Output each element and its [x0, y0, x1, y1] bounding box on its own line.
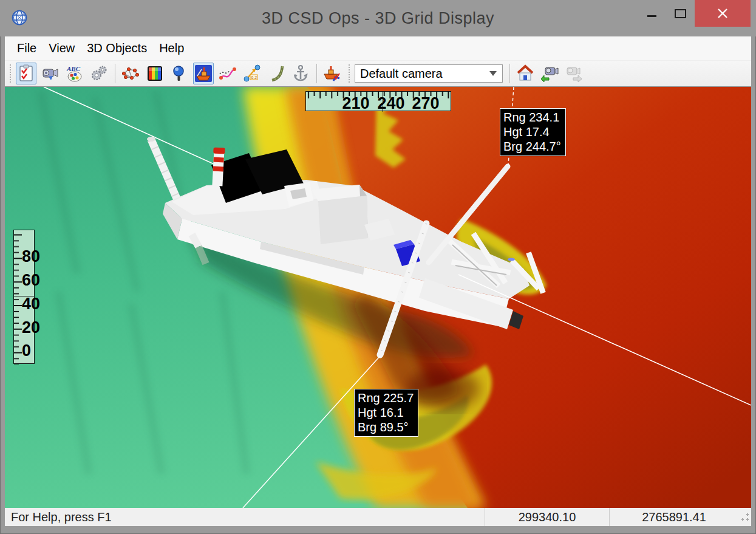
- camera-next-icon: [565, 64, 583, 83]
- depth-value: 0: [22, 343, 31, 359]
- abc-palette-icon: ABC: [66, 64, 84, 83]
- chevron-down-icon: [489, 71, 497, 76]
- toolbar: ABC: [5, 61, 751, 87]
- compass-value: 270: [412, 95, 439, 112]
- compass-lubber-line: [383, 92, 383, 112]
- depth-scale: 80 60 40 20 0: [13, 230, 35, 364]
- home-view-button[interactable]: [515, 63, 536, 84]
- dredger-check-icon: [323, 64, 341, 83]
- status-message: For Help, press F1: [5, 510, 485, 524]
- height-value: Hgt 17.4: [503, 125, 561, 139]
- rope-icon: [267, 64, 285, 83]
- bearing-value: Brg 89.5°: [358, 420, 414, 434]
- toolbar-separator: [115, 64, 115, 83]
- close-button[interactable]: [695, 0, 751, 27]
- anchor-readout-1: Rng 234.1 Hgt 17.4 Brg 244.7°: [500, 108, 566, 156]
- menu-file[interactable]: File: [11, 36, 43, 60]
- depth-value: 60: [22, 272, 40, 289]
- maximize-icon: [675, 9, 686, 18]
- titlebar[interactable]: 3D CSD Ops - 3D Grid Display: [0, 0, 756, 36]
- compass-ruler: 210 240 270: [305, 91, 451, 111]
- anchor-button[interactable]: [290, 63, 311, 84]
- svg-text:ABC: ABC: [66, 65, 81, 72]
- display-options-icon: [17, 64, 35, 83]
- compass-value: 240: [377, 95, 404, 112]
- 3d-viewport[interactable]: 210 240 270: [5, 87, 751, 508]
- color-map-icon: [146, 64, 164, 83]
- labels-colors-button[interactable]: ABC: [64, 63, 85, 84]
- resize-grip[interactable]: [741, 513, 749, 521]
- grid-nodes-button[interactable]: [120, 63, 141, 84]
- menu-3d-objects[interactable]: 3D Objects: [81, 36, 153, 60]
- toolbar-grip[interactable]: [10, 64, 15, 83]
- svg-text:6.2: 6.2: [251, 75, 257, 80]
- maximize-button[interactable]: [666, 0, 695, 27]
- camera-settings-button[interactable]: [40, 63, 61, 84]
- statusbar: For Help, press F1 299340.10 2765891.41: [5, 508, 751, 526]
- menu-view[interactable]: View: [43, 36, 81, 60]
- height-value: Hgt 16.1: [358, 405, 414, 420]
- toolbar-separator: [316, 64, 317, 83]
- minimize-button[interactable]: [638, 0, 666, 27]
- gears-icon: [90, 64, 108, 83]
- next-camera-button[interactable]: [564, 63, 584, 84]
- client-area: File View 3D Objects Help: [5, 36, 751, 526]
- dredger-icon: [194, 64, 213, 83]
- bearing-value: Brg 244.7°: [503, 139, 561, 154]
- camera-select-value: Default camera: [360, 67, 443, 81]
- coordinate-y: 2765891.41: [610, 510, 738, 524]
- coordinate-x: 299340.10: [485, 510, 609, 524]
- depth-value: 20: [22, 320, 40, 336]
- close-icon: [717, 8, 728, 19]
- measure-distance-button[interactable]: 6.2: [242, 63, 262, 84]
- anchor-icon: [291, 64, 310, 83]
- range-value: Rng 234.1: [503, 110, 561, 125]
- camera-select[interactable]: Default camera: [355, 64, 503, 83]
- home-icon: [516, 64, 534, 83]
- rope-button[interactable]: [266, 63, 287, 84]
- dredger-check-button[interactable]: [322, 63, 342, 84]
- menu-help[interactable]: Help: [153, 36, 190, 60]
- zoom-button[interactable]: [169, 63, 189, 84]
- anchor-readout-2: Rng 225.7 Hgt 16.1 Brg 89.5°: [354, 389, 418, 437]
- toolbar-grip[interactable]: [349, 64, 353, 83]
- settings-button[interactable]: [89, 63, 109, 84]
- compass-value: 210: [342, 95, 369, 112]
- route-icon: [219, 64, 237, 83]
- menubar: File View 3D Objects Help: [5, 36, 751, 61]
- range-value: Rng 225.7: [358, 391, 414, 405]
- terrain-render: [5, 87, 751, 508]
- minimize-icon: [647, 15, 656, 17]
- route-button[interactable]: [217, 63, 238, 84]
- app-window: 3D CSD Ops - 3D Grid Display File View 3…: [0, 0, 756, 534]
- toolbar-separator: [509, 64, 510, 83]
- display-options-button[interactable]: [16, 63, 36, 84]
- color-map-button[interactable]: [145, 63, 165, 84]
- previous-camera-button[interactable]: [539, 63, 560, 84]
- depth-scale-seam: [14, 296, 34, 296]
- grid-nodes-icon: [121, 64, 140, 83]
- measure-icon: 6.2: [243, 64, 261, 83]
- camera-icon: [41, 64, 60, 83]
- magnifier-icon: [170, 64, 188, 83]
- camera-prev-icon: [540, 64, 559, 83]
- depth-value: 80: [22, 248, 40, 265]
- depth-value: 40: [22, 296, 40, 312]
- dredger-button[interactable]: [193, 63, 214, 84]
